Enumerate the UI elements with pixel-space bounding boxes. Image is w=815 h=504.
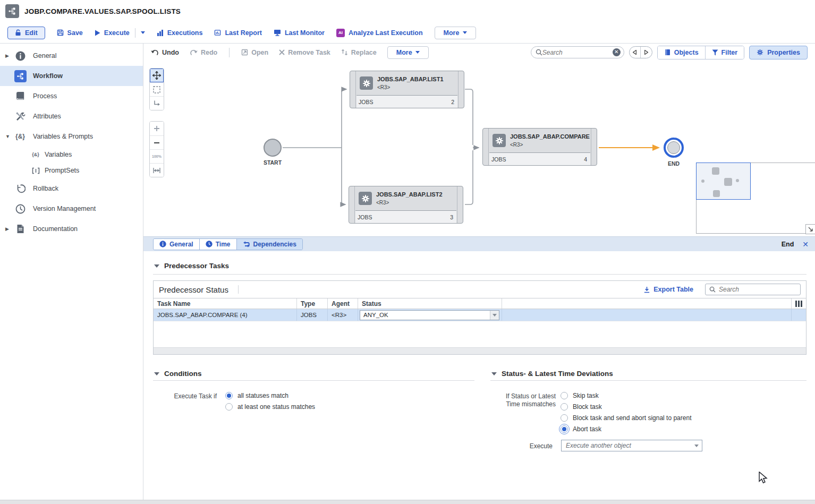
table-scrollbar[interactable] [154, 347, 806, 354]
panel-resize-handle[interactable] [805, 224, 815, 234]
execute-object-dropdown[interactable]: Execute another object [561, 440, 702, 451]
canvas-search-input[interactable] [542, 49, 613, 56]
prev-result-button[interactable] [630, 47, 641, 58]
main-toolbar: Edit Save Execute Executions Last Report… [0, 22, 815, 44]
edit-button[interactable]: Edit [7, 27, 45, 39]
redo-button[interactable]: Redo [190, 49, 217, 56]
sidebar-item-documentation[interactable]: ▶ Documentation [0, 219, 143, 239]
column-task-name[interactable]: Task Name [154, 298, 297, 309]
tab-dependencies[interactable]: Dependencies [236, 239, 302, 250]
execute-options-dropdown[interactable] [141, 31, 145, 34]
column-status[interactable]: Status [358, 298, 502, 309]
braces-icon: {&} [14, 130, 27, 143]
task-node-list1[interactable]: JOBS.SAP_ABAP.LIST1<R3> JOBS2 [350, 71, 464, 108]
filter-button[interactable]: Filter [706, 46, 744, 59]
end-label: END [653, 160, 694, 167]
node-index: 2 [451, 99, 454, 105]
status-bar [0, 500, 815, 504]
analyze-last-execution-button[interactable]: AI Analyze Last Execution [336, 29, 423, 37]
undo-button[interactable]: Undo [151, 49, 179, 56]
task-node-compare[interactable]: JOBS.SAP_ABAP.COMPARE<R3> JOBS4 [482, 128, 597, 166]
undo-icon [151, 49, 159, 56]
sidebar-item-version-management[interactable]: Version Management [0, 199, 143, 219]
radio-skip-task[interactable]: Skip task [561, 392, 599, 399]
lock-icon [15, 29, 21, 36]
radio-icon[interactable] [561, 414, 568, 422]
column-settings-button[interactable] [792, 298, 806, 309]
radio-block-and-abort-parent[interactable]: Block task and send abort signal to pare… [561, 414, 691, 422]
conditions-section-header[interactable]: Conditions [154, 370, 202, 378]
tab-general[interactable]: General [154, 239, 199, 250]
sidebar-item-general[interactable]: ▶ General [0, 46, 143, 66]
status-dropdown[interactable]: ANY_OK [360, 310, 499, 320]
expand-arrow-icon[interactable]: ▶ [5, 53, 14, 58]
workflow-object-icon [5, 4, 19, 18]
radio-block-task[interactable]: Block task [561, 403, 602, 411]
tab-time[interactable]: Time [199, 239, 236, 250]
marquee-select-tool-button[interactable] [150, 82, 164, 96]
table-search-input[interactable] [719, 286, 796, 293]
document-icon [14, 223, 27, 235]
chevron-down-icon [691, 440, 702, 451]
node-title: JOBS.SAP_ABAP.LIST1 [377, 76, 444, 83]
swap-icon [341, 49, 348, 56]
sidebar-item-workflow[interactable]: Workflow [0, 66, 143, 86]
radio-at-least-one-status[interactable]: at least one status matches [225, 403, 315, 411]
collapse-icon [154, 372, 159, 375]
process-icon [14, 90, 27, 102]
workflow-canvas[interactable]: 100% START END JOBS.SAP_ABAP.LIST1<R3> [143, 61, 815, 236]
close-panel-icon[interactable]: ✕ [802, 241, 809, 248]
remove-task-button[interactable]: Remove Task [279, 49, 330, 56]
radio-icon[interactable] [225, 392, 233, 399]
execute-button[interactable]: Execute [95, 29, 130, 37]
replace-button[interactable]: Replace [341, 49, 377, 56]
sidebar-item-variables-prompts[interactable]: ▼ {&} Variables & Prompts [0, 126, 143, 147]
next-result-button[interactable] [641, 47, 652, 58]
predecessor-tasks-section-header[interactable]: Predecessor Tasks [154, 262, 229, 270]
radio-icon[interactable] [561, 392, 568, 399]
column-type[interactable]: Type [297, 298, 328, 309]
save-button[interactable]: Save [57, 29, 83, 37]
sidebar-item-variables[interactable]: {&} Variables [0, 147, 143, 163]
sidebar-item-rollback[interactable]: Rollback [0, 178, 143, 199]
executions-button[interactable]: Executions [157, 29, 203, 37]
x-icon [279, 49, 285, 55]
sidebar-item-process[interactable]: Process [0, 86, 143, 106]
radio-abort-task[interactable]: Abort task [561, 425, 601, 433]
export-table-button[interactable]: Export Table [643, 286, 693, 293]
save-icon [57, 29, 64, 36]
connector-tool-button[interactable] [150, 96, 164, 110]
last-monitor-button[interactable]: Last Monitor [274, 29, 325, 37]
minimap[interactable] [696, 163, 815, 234]
page-title: JOBP.COMPARE.VALUES.SAP.SPOOL.LISTS [24, 7, 181, 15]
search-icon [709, 286, 716, 293]
last-report-button[interactable]: Last Report [214, 29, 261, 37]
properties-button[interactable]: Properties [749, 46, 808, 59]
sidebar-item-promptsets[interactable]: PromptSets [0, 163, 143, 178]
task-node-list2[interactable]: JOBS.SAP_ABAP.LIST2<R3> JOBS3 [349, 186, 463, 224]
column-agent[interactable]: Agent [328, 298, 358, 309]
zoom-in-button[interactable] [150, 122, 164, 135]
radio-all-statuses-match[interactable]: all statuses match [225, 392, 288, 399]
start-node[interactable] [264, 139, 282, 157]
collapse-arrow-icon[interactable]: ▼ [5, 134, 14, 139]
pan-tool-button[interactable] [150, 69, 164, 82]
open-button[interactable]: Open [241, 49, 268, 56]
sidebar-item-attributes[interactable]: Attributes [0, 106, 143, 126]
cell-agent: <R3> [328, 309, 358, 321]
radio-icon[interactable] [561, 425, 568, 433]
end-node[interactable] [664, 138, 684, 158]
node-type: JOBS [359, 99, 373, 105]
deviations-section-header[interactable]: Status- & Latest Time Deviations [491, 370, 613, 378]
more-button[interactable]: More [435, 27, 477, 39]
radio-icon[interactable] [561, 403, 568, 411]
canvas-more-button[interactable]: More [387, 46, 429, 59]
table-row[interactable]: JOBS.SAP_ABAP.COMPARE (4) JOBS <R3> ANY_… [154, 309, 806, 321]
fit-width-button[interactable] [150, 163, 164, 177]
objects-button[interactable]: Objects [658, 46, 706, 59]
zoom-100-button[interactable]: 100% [150, 149, 164, 163]
clear-search-icon[interactable]: ✕ [613, 48, 621, 56]
expand-arrow-icon[interactable]: ▶ [5, 226, 14, 232]
zoom-out-button[interactable] [150, 135, 164, 149]
radio-icon[interactable] [225, 403, 233, 411]
